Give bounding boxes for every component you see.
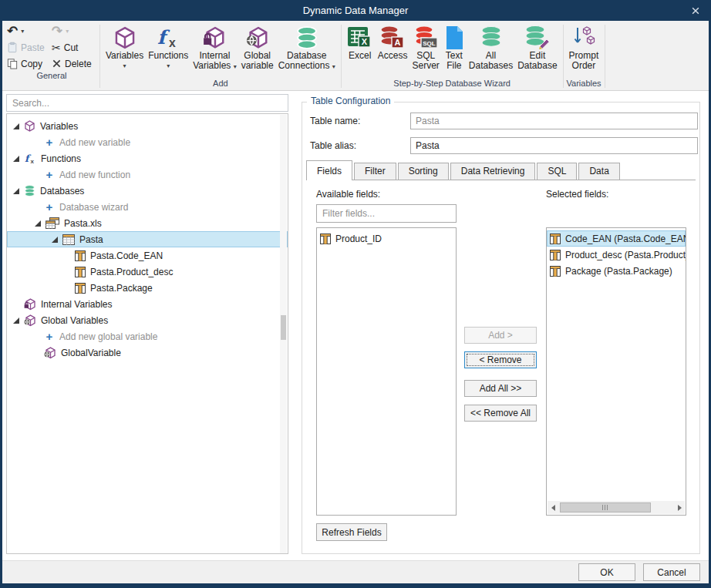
title-bar: Dynamic Data Manager (0, 0, 711, 21)
access-button[interactable]: Access (376, 22, 410, 61)
undo-button[interactable]: ↶ ▾ (7, 25, 52, 38)
functions-label: Functions (148, 51, 188, 61)
variables-cube-icon (113, 26, 136, 49)
field-icon (550, 234, 561, 244)
excel-button[interactable]: Excel (345, 22, 376, 61)
tree-item-variables[interactable]: Variables (7, 118, 288, 134)
cut-icon: ✂ (52, 42, 61, 54)
tab-sorting[interactable]: Sorting (398, 163, 449, 180)
tab-data[interactable]: Data (578, 163, 619, 180)
expander-icon[interactable] (35, 220, 41, 227)
add-all-button[interactable]: Add All >> (464, 380, 537, 397)
paste-button: Paste (7, 41, 52, 54)
list-item-label: Product_desc (Pasta.Product_desc) (565, 250, 686, 260)
ribbon-group-add: Variables ▾ Functions ▾ Internal Variabl… (100, 22, 341, 90)
available-fields-list[interactable]: Product_ID (316, 227, 457, 516)
tab-sql[interactable]: SQL (537, 163, 577, 180)
functions-button[interactable]: Functions ▾ (146, 22, 190, 71)
functions-fx-icon (156, 27, 180, 49)
table-alias-input[interactable] (410, 137, 698, 154)
tree-item-internal-variables[interactable]: Internal Variables (7, 296, 288, 312)
database-connections-button[interactable]: Database Connections ▾ (276, 22, 338, 72)
list-item-product-desc[interactable]: Product_desc (Pasta.Product_desc) (547, 247, 686, 263)
ribbon-group-variables: Prompt Order Variables (564, 22, 605, 90)
tree-item-label: Variables (40, 121, 78, 132)
excel-icon (347, 25, 373, 50)
right-arrow-icon (678, 505, 682, 511)
expander-icon[interactable] (13, 123, 19, 129)
left-arrow-icon (551, 505, 555, 511)
window-title: Dynamic Data Manager (303, 5, 409, 16)
copy-button[interactable]: Copy (7, 57, 52, 70)
text-file-label-line2: File (446, 61, 461, 71)
ribbon-group-wizard: Excel Access SQL Server Text File (342, 22, 563, 90)
tree-item-label: Internal Variables (41, 299, 113, 310)
tree-item-add-new-function[interactable]: + Add new function (7, 166, 288, 183)
cancel-button[interactable]: Cancel (643, 563, 700, 581)
text-file-button[interactable]: Text File (442, 22, 467, 71)
sql-server-button[interactable]: SQL Server (409, 22, 441, 71)
tree-item-globalvariable[interactable]: GlobalVariable (7, 344, 288, 361)
delete-button[interactable]: Delete (52, 57, 99, 70)
table-name-input[interactable] (410, 113, 698, 129)
horizontal-scrollbar[interactable] (548, 501, 685, 514)
expander-icon[interactable] (13, 188, 19, 194)
tab-filter[interactable]: Filter (354, 163, 396, 180)
ribbon: ↶ ▾ ↷ ▾ Paste ✂ Cut Copy (2, 21, 709, 91)
database-icon (24, 185, 35, 197)
scrollbar-thumb[interactable] (281, 315, 286, 340)
tab-fields[interactable]: Fields (306, 160, 352, 180)
cut-button[interactable]: ✂ Cut (52, 41, 99, 54)
tree-item-pasta-code-ean[interactable]: Pasta.Code_EAN (7, 247, 288, 264)
expander-icon[interactable] (13, 156, 19, 162)
tree-item-pasta-xls[interactable]: Pasta.xls (7, 215, 288, 231)
tree-item-database-wizard[interactable]: + Database wizard (7, 199, 288, 215)
search-input[interactable] (6, 94, 288, 112)
list-item-label: Package (Pasta.Package) (565, 266, 672, 277)
tree-item-databases[interactable]: Databases (7, 183, 288, 199)
tree-item-add-new-variable[interactable]: + Add new variable (7, 134, 288, 150)
tree-item-global-variables[interactable]: Global Variables (7, 312, 288, 328)
tab-data-retrieving[interactable]: Data Retrieving (450, 163, 536, 180)
edit-database-button[interactable]: Edit Database (515, 22, 559, 71)
expander-spacer (64, 253, 70, 259)
list-item-product-id[interactable]: Product_ID (317, 230, 456, 247)
remove-button[interactable]: < Remove (464, 351, 537, 368)
list-item-package[interactable]: Package (Pasta.Package) (547, 263, 686, 279)
variable-cube-icon (24, 120, 35, 132)
undo-dropdown-icon: ▾ (21, 28, 24, 35)
tree-item-pasta-selected[interactable]: Pasta (7, 231, 288, 247)
scrollbar-thumb[interactable] (560, 502, 651, 512)
field-icon (75, 267, 86, 277)
selected-fields-list[interactable]: Code_EAN (Pasta.Code_EAN) Product_desc (… (546, 227, 686, 516)
tree-item-pasta-product-desc[interactable]: Pasta.Product_desc (7, 264, 288, 280)
scroll-left-arrow[interactable] (548, 501, 558, 514)
expander-icon[interactable] (52, 237, 58, 243)
tree-item-label: Global Variables (41, 315, 108, 326)
filter-fields-input[interactable] (316, 204, 457, 223)
scroll-right-arrow[interactable] (674, 501, 685, 514)
refresh-fields-button[interactable]: Refresh Fields (316, 523, 387, 541)
global-variable-button[interactable]: Global variable (239, 22, 276, 71)
plus-icon: + (44, 170, 55, 180)
excel-label: Excel (349, 51, 371, 61)
close-button[interactable] (688, 4, 703, 18)
redo-dropdown-icon: ▾ (66, 28, 69, 35)
tree-item-add-new-global-variable[interactable]: + Add new global variable (7, 328, 288, 344)
list-item-label: Product_ID (335, 234, 382, 244)
ok-button[interactable]: OK (578, 563, 635, 581)
text-file-icon (444, 25, 464, 50)
list-item-code-ean[interactable]: Code_EAN (Pasta.Code_EAN) (547, 230, 686, 247)
section-title: Table Configuration (307, 96, 394, 106)
expander-icon[interactable] (13, 318, 19, 324)
remove-all-button[interactable]: << Remove All (464, 405, 537, 422)
all-databases-button[interactable]: All Databases (467, 22, 515, 71)
tree-item-functions[interactable]: Functions (7, 150, 288, 166)
expander-spacer (33, 172, 39, 178)
lock-cube-icon (24, 298, 36, 311)
variables-button[interactable]: Variables ▾ (103, 22, 146, 71)
prompt-order-button[interactable]: Prompt Order (567, 22, 601, 71)
internal-variables-button[interactable]: Internal Variables ▾ (190, 22, 239, 72)
tree-vertical-scrollbar[interactable] (280, 115, 287, 554)
tree-item-pasta-package[interactable]: Pasta.Package (7, 280, 288, 296)
